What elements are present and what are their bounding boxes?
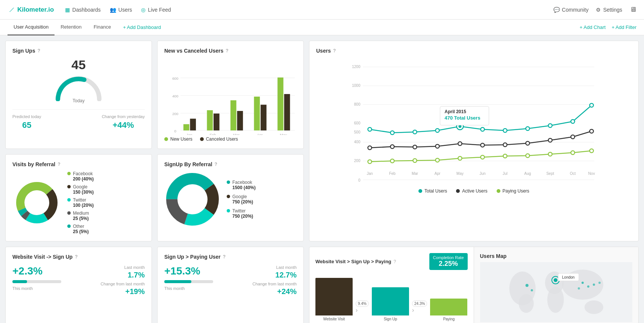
svg-rect-11: [207, 110, 213, 130]
website-change-label: Change from last month: [101, 282, 145, 286]
legend-total: Total Users: [418, 188, 447, 194]
new-canceled-help-icon[interactable]: ?: [226, 48, 228, 53]
svg-text:0: 0: [174, 129, 177, 133]
svg-point-103: [547, 287, 564, 313]
signup-google-dot: [227, 195, 230, 198]
sub-nav-right: + Add Chart + Add Filter: [580, 24, 636, 30]
svg-point-113: [587, 285, 589, 288]
signup-referral-help-icon[interactable]: ?: [215, 162, 217, 167]
main-grid: Sign Ups ? 45 Today Predicted today 65 C…: [0, 35, 644, 323]
sub-nav-user-acquisition[interactable]: User Acquisition: [8, 20, 55, 35]
visits-donut-svg: [12, 178, 61, 227]
signup-paying-help-icon[interactable]: ?: [223, 254, 226, 259]
funnel-header: Website Visit > Sign Up > Paying ? Compl…: [315, 253, 468, 270]
website-last-month-label: Last month: [101, 265, 145, 270]
svg-point-62: [391, 145, 394, 149]
visits-referral-card: Visits by Referral ?: [5, 154, 152, 241]
website-signup-content: +2.3% This month Last month 1.7% Change …: [12, 265, 145, 296]
legend-paying: Paying Users: [497, 188, 529, 194]
svg-point-52: [436, 129, 439, 132]
legend-total-dot: [418, 189, 422, 193]
svg-point-75: [436, 158, 439, 162]
paying-last-month-value: 12.7%: [253, 271, 297, 279]
users-legend: Total Users Active Users Paying Users: [316, 188, 632, 194]
top-nav: ⟋ Kilometer.io ▦ Dashboards 👥 Users ◎ Li…: [0, 0, 644, 20]
svg-point-101: [518, 294, 533, 313]
svg-point-57: [526, 127, 530, 130]
website-signup-month-label: This month: [12, 286, 61, 291]
svg-text:1200: 1200: [352, 65, 361, 69]
visits-other-dot: [67, 224, 71, 228]
logo[interactable]: ⟋ Kilometer.io: [8, 5, 54, 15]
svg-point-82: [590, 149, 594, 153]
sub-nav-finance[interactable]: Finance: [88, 20, 117, 35]
users-title: Users ?: [316, 48, 632, 54]
svg-rect-16: [261, 105, 267, 130]
visits-donut-container: Facebook200 (40%) Google150 (30%) Twitte…: [12, 171, 145, 234]
funnel-visit: Website Visit: [315, 278, 353, 321]
users-card: Users ? 0 200 400 500 600 800 1000 1200: [309, 41, 639, 241]
svg-point-106: [553, 278, 557, 282]
signup-legend-facebook: Facebook1500 (40%): [227, 180, 256, 190]
funnel-paying: Paying: [430, 299, 467, 321]
users-help-icon[interactable]: ?: [333, 48, 336, 53]
predicted-stat: Predicted today 65: [12, 114, 41, 130]
add-dashboard-btn[interactable]: + Add Dashboard: [117, 20, 167, 35]
svg-text:Feb: Feb: [389, 171, 396, 176]
svg-text:April 2015: April 2015: [445, 109, 467, 114]
svg-point-59: [571, 120, 575, 123]
svg-text:Oct: Oct: [570, 171, 576, 176]
visits-google-dot: [67, 185, 71, 188]
nav-users[interactable]: 👥 Users: [110, 7, 132, 13]
signup-twitter-dot: [227, 209, 230, 212]
visits-legend-other: Other25 (5%): [67, 224, 94, 234]
svg-text:Feb: Feb: [210, 133, 216, 135]
new-canceled-card: New vs Canceled Users ? 0 200 400 600: [157, 41, 304, 149]
svg-point-80: [549, 152, 552, 156]
funnel-signup: Sign Up: [372, 287, 409, 321]
nav-community[interactable]: 💬 Community: [553, 7, 589, 13]
add-filter-btn[interactable]: + Add Filter: [612, 24, 636, 30]
svg-point-55: [481, 127, 485, 131]
website-signup-title: Website Visit -> Sign Up ?: [12, 254, 145, 260]
signup-referral-title: SignUp By Referral ?: [164, 161, 297, 167]
add-chart-btn[interactable]: + Add Chart: [580, 24, 606, 30]
paying-last-month-label: Last month: [253, 265, 297, 270]
predicted-label: Predicted today: [12, 114, 41, 119]
svg-point-66: [481, 143, 485, 147]
map-title: Users Map: [480, 253, 633, 259]
svg-point-71: [590, 129, 594, 133]
svg-point-49: [368, 127, 372, 131]
sub-nav-retention[interactable]: Retention: [55, 20, 88, 35]
nav-live-feed[interactable]: ◎ Live Feed: [141, 7, 171, 13]
svg-point-77: [481, 155, 485, 159]
website-signup-value: +2.3%: [12, 265, 61, 277]
svg-text:Jan: Jan: [186, 133, 192, 135]
svg-text:600: 600: [172, 76, 179, 80]
legend-active: Active Users: [456, 188, 487, 194]
svg-text:May: May: [456, 171, 464, 176]
signup-paying-month-label: This month: [164, 286, 213, 291]
funnel-help-icon[interactable]: ?: [394, 259, 396, 264]
nav-settings[interactable]: ⚙ Settings: [596, 7, 622, 13]
svg-text:500: 500: [354, 130, 361, 134]
svg-text:Aug: Aug: [524, 171, 531, 176]
bar-chart-svg: 0 200 400 600: [164, 56, 297, 135]
paying-change-value: +24%: [253, 287, 297, 296]
svg-rect-12: [214, 114, 220, 130]
signup-paying-secondary: Last month 12.7% Change from last month …: [253, 265, 297, 296]
svg-point-70: [571, 135, 575, 139]
svg-rect-15: [254, 97, 260, 130]
signup-paying-value: +15.3%: [164, 265, 213, 277]
website-signup-main: +2.3% This month: [12, 265, 61, 291]
gauge-arc-svg: [54, 73, 103, 101]
website-signup-help-icon[interactable]: ?: [75, 254, 77, 259]
signups-help-icon[interactable]: ?: [38, 48, 40, 53]
svg-rect-18: [284, 94, 290, 130]
visits-help-icon[interactable]: ?: [58, 162, 60, 167]
visits-medium-dot: [67, 211, 71, 215]
nav-monitor[interactable]: 🖥: [630, 6, 636, 14]
sub-nav: User Acquisition Retention Finance + Add…: [0, 20, 644, 35]
legend-new-users: New Users: [164, 136, 192, 142]
nav-dashboards[interactable]: ▦ Dashboards: [65, 7, 101, 13]
